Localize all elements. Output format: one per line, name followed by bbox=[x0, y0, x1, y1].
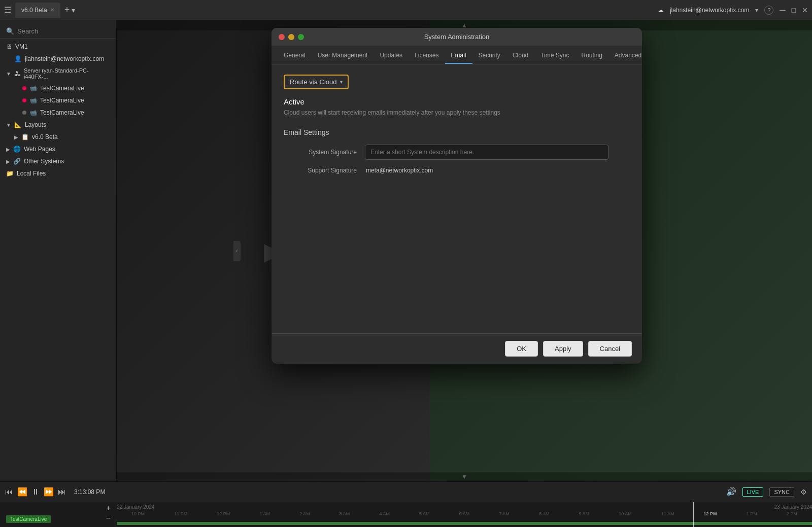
sidebar-item-user[interactable]: 👤 jlahnstein@networkoptix.com bbox=[0, 53, 116, 65]
tab-email[interactable]: Email bbox=[445, 48, 472, 64]
ok-button[interactable]: OK bbox=[505, 341, 538, 357]
search-icon: 🔍 bbox=[6, 27, 14, 35]
sidebar-item-other-systems[interactable]: ▶ 🔗 Other Systems bbox=[0, 155, 116, 167]
sync-badge[interactable]: SYNC bbox=[769, 487, 794, 497]
tick-label: 2 AM bbox=[299, 511, 310, 516]
skip-forward-button[interactable]: ⏭ bbox=[58, 487, 66, 497]
web-icon: 🌐 bbox=[13, 146, 21, 153]
expand-icon: ▼ bbox=[6, 71, 11, 77]
tab-general[interactable]: General bbox=[278, 48, 312, 64]
active-status-label: Active bbox=[284, 97, 630, 106]
date-right-label: 23 January 2024 bbox=[774, 504, 812, 510]
date-left-label: 22 January 2024 bbox=[117, 504, 155, 510]
system-signature-input[interactable] bbox=[365, 145, 608, 160]
sidebar-item-label: TestCameraLive bbox=[40, 109, 84, 116]
tick-label: 12 PM bbox=[217, 511, 230, 516]
tab-bar: v6.0 Beta ✕ + ▾ bbox=[15, 3, 654, 18]
timeline-cursor bbox=[693, 502, 694, 527]
sidebar-item-local-files[interactable]: 📁 Local Files bbox=[0, 167, 116, 180]
sidebar-item-v6[interactable]: ▶ 📋 v6.0 Beta bbox=[0, 131, 116, 143]
sidebar-item-label: v6.0 Beta bbox=[32, 133, 58, 140]
bottom-expand-bar[interactable]: ▼ bbox=[117, 472, 812, 481]
tick-label: 10 AM bbox=[619, 511, 632, 516]
tab-updates[interactable]: Updates bbox=[374, 48, 409, 64]
play-pause-button[interactable]: ⏸ bbox=[31, 487, 40, 497]
tick-label: 10 PM bbox=[131, 511, 145, 516]
sidebar-item-label: TestCameraLive bbox=[40, 85, 84, 92]
restore-icon[interactable]: □ bbox=[792, 6, 796, 14]
help-icon[interactable]: ? bbox=[764, 6, 773, 15]
dialog-content: Route via Cloud ▾ Active Cloud users wil… bbox=[272, 64, 642, 333]
fast-forward-button[interactable]: ⏩ bbox=[44, 487, 54, 497]
tab-routing[interactable]: Routing bbox=[575, 48, 608, 64]
tick-label: 1 PM bbox=[747, 511, 757, 516]
systems-icon: 🔗 bbox=[13, 158, 21, 165]
hamburger-icon[interactable]: ☰ bbox=[4, 5, 11, 15]
tab-chevron-icon[interactable]: ▾ bbox=[72, 6, 75, 14]
sidebar-item-layouts[interactable]: ▼ 📐 Layouts bbox=[0, 119, 116, 131]
sidebar-item-label: Web Pages bbox=[24, 146, 55, 153]
content-area: ▶ ‹ ▲ System Administration bbox=[117, 20, 812, 481]
chevron-down-icon[interactable]: ▾ bbox=[755, 7, 758, 14]
tab-cloud[interactable]: Cloud bbox=[506, 48, 534, 64]
layout-icon: 📋 bbox=[21, 133, 29, 140]
tab-close-icon[interactable]: ✕ bbox=[50, 7, 54, 13]
tick-label: 7 AM bbox=[499, 511, 510, 516]
sidebar-item-vm1[interactable]: 🖥 VM1 bbox=[0, 41, 116, 53]
sidebar-item-camera1[interactable]: 📹 TestCameraLive bbox=[0, 82, 116, 94]
window-controls bbox=[279, 34, 304, 40]
new-tab-button[interactable]: + bbox=[64, 5, 70, 15]
apply-button[interactable]: Apply bbox=[543, 341, 583, 357]
user-icon: 👤 bbox=[14, 55, 22, 62]
chevron-down-bar-icon: ▼ bbox=[461, 473, 467, 480]
timeline-controls: ⏮ ⏪ ⏸ ⏩ ⏭ 3:13:08 PM 🔊 LIVE SYNC ⚙ bbox=[0, 482, 812, 502]
active-status-desc: Cloud users will start receiving emails … bbox=[284, 109, 630, 116]
sidebar-item-camera2[interactable]: 📹 TestCameraLive bbox=[0, 94, 116, 107]
tick-label: 8 AM bbox=[539, 511, 550, 516]
close-window-icon[interactable]: ✕ bbox=[802, 6, 808, 14]
tab-user-management[interactable]: User Management bbox=[312, 48, 374, 64]
tab-time-sync[interactable]: Time Sync bbox=[534, 48, 575, 64]
sidebar-collapse-button[interactable]: ‹ bbox=[233, 241, 241, 261]
window-minimize-button[interactable] bbox=[288, 34, 294, 40]
rewind-button[interactable]: ⏪ bbox=[17, 487, 27, 497]
sidebar-item-webpages[interactable]: ▶ 🌐 Web Pages bbox=[0, 143, 116, 155]
sidebar-item-label: Server ryan-Standard-PC-i440FX-... bbox=[24, 67, 110, 80]
skip-back-button[interactable]: ⏮ bbox=[5, 487, 13, 497]
tab-licenses[interactable]: Licenses bbox=[409, 48, 445, 64]
camera-label-text: TestCameraLive bbox=[6, 515, 51, 523]
dialog-tabs: General User Management Updates Licenses… bbox=[272, 46, 642, 64]
zoom-in-button[interactable]: + bbox=[106, 504, 111, 512]
sidebar-item-server[interactable]: ▼ 🖧 Server ryan-Standard-PC-i440FX-... bbox=[0, 65, 116, 82]
settings-icon[interactable]: ⚙ bbox=[800, 488, 807, 496]
camera-status-dot bbox=[22, 111, 26, 115]
route-dropdown[interactable]: Route via Cloud ▾ bbox=[284, 75, 349, 89]
timeline-dates: 22 January 2024 23 January 2024 bbox=[117, 504, 812, 510]
main-layout: 🔍 Search 🖥 VM1 👤 jlahnstein@networkoptix… bbox=[0, 20, 812, 481]
tab-security[interactable]: Security bbox=[472, 48, 506, 64]
cancel-button[interactable]: Cancel bbox=[588, 341, 632, 357]
minimize-icon[interactable]: ─ bbox=[780, 6, 785, 15]
cam-icon: 📹 bbox=[29, 85, 37, 92]
window-close-button[interactable] bbox=[279, 34, 285, 40]
browser-tab[interactable]: v6.0 Beta ✕ bbox=[15, 3, 60, 18]
sidebar-item-label: VM1 bbox=[15, 43, 28, 50]
cloud-icon: ☁ bbox=[658, 7, 664, 14]
search-label: Search bbox=[17, 27, 38, 35]
timeline-tick-labels: 10 PM 11 PM 12 PM 1 AM 2 AM 3 AM 4 AM 5 … bbox=[117, 511, 812, 516]
volume-icon[interactable]: 🔊 bbox=[726, 487, 736, 497]
timeline-track[interactable]: + − TestCameraLive 22 January 2024 23 Ja… bbox=[0, 502, 812, 527]
tick-label: 3 AM bbox=[340, 511, 350, 516]
support-signature-value: meta@networkoptix.com bbox=[365, 167, 433, 174]
sidebar-item-label: Other Systems bbox=[24, 158, 64, 165]
tick-label: 1 AM bbox=[259, 511, 270, 516]
dialog-title: System Administration bbox=[424, 33, 490, 41]
dialog-footer: OK Apply Cancel bbox=[272, 333, 642, 364]
window-maximize-button[interactable] bbox=[298, 34, 304, 40]
tab-advanced[interactable]: Advanced bbox=[608, 48, 642, 64]
dialog-titlebar: System Administration bbox=[272, 28, 642, 46]
server-icon: 🖧 bbox=[14, 70, 21, 78]
sidebar-item-camera3[interactable]: 📹 TestCameraLive bbox=[0, 107, 116, 119]
live-badge[interactable]: LIVE bbox=[742, 487, 764, 497]
sidebar-search-area[interactable]: 🔍 Search bbox=[0, 24, 116, 39]
